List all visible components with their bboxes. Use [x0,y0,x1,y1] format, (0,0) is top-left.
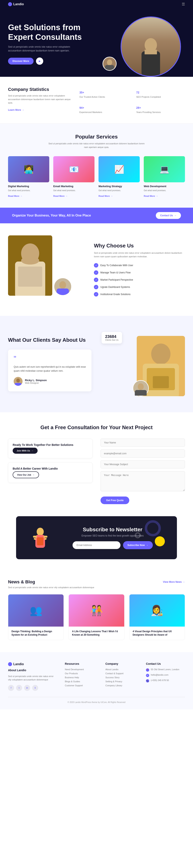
check-icon: ✓ [94,278,98,282]
footer-link[interactable]: Business Help [65,676,97,679]
newsletter-email-input[interactable] [72,541,121,549]
stat-label: Our Trusted Active Clients [79,96,128,98]
service-card: 💻 Web Development Get what need promises… [144,156,185,197]
service-image-1: 👩‍💻 [8,156,49,182]
logo[interactable]: Landio [8,2,24,6]
quote-icon: " [14,355,86,363]
message-textarea[interactable] [100,471,185,491]
get-quote-button[interactable]: Get Free Quote [100,497,129,504]
footer-email: ✉ hello@landio.com [146,674,185,677]
svg-rect-13 [57,289,69,295]
why-list-item: ✓ Institutional Grade Solutions [94,292,185,297]
hero-description: Sed ut perspiciatis unde omnis iste natu… [8,45,76,53]
phone-icon: 📞 [146,679,149,682]
testimonial-small-image [133,380,149,396]
stat-suffix: + [83,91,84,94]
check-icon: ✓ [94,270,98,275]
cta-banner-text: Organize Your Business, Your Way, All In… [12,214,91,217]
footer-link[interactable]: Contact & Support [105,672,138,675]
linkedin-icon[interactable]: li [32,685,38,691]
twitter-icon[interactable]: t [16,685,22,691]
play-button[interactable] [36,58,43,65]
stat-suffix: + [139,106,141,110]
learn-more-link[interactable]: Learn More [8,108,24,112]
service-title: Email Marketing [53,185,95,188]
news-card[interactable]: 👩‍🎨 4 Visual Design Principles that UX D… [129,594,185,640]
footer-link[interactable]: Setting & Privacy [105,680,138,683]
service-desc: Get what need promises. [53,189,95,192]
stat-number: 94+ [79,102,128,111]
email-text: hello@landio.com [151,674,168,676]
svg-rect-21 [153,376,169,388]
subscribe-button[interactable]: Subscribe Now [123,541,153,549]
form-email-group [100,450,185,458]
view-more-link[interactable]: View More News [163,581,185,583]
news-image-3: 👩‍🎨 [129,594,185,627]
footer-resources: Resources Need Development Our Products … [65,662,97,691]
footer-link[interactable]: About Landio [105,668,138,671]
service-card: 📧 Email Marketing Get what need promises… [53,156,95,197]
check-icon: ✓ [94,285,98,289]
stats-description: Company Statistics Sed ut perspiciatis u… [8,87,71,112]
footer: Landio About Landio Sed ut perspiciatis … [0,652,193,709]
why-heading: Why Choose Us [94,243,185,249]
newsletter-description: Empower SEO teams to find the best growt… [64,534,161,537]
services-description: Sed ut perspiciatis unde omnis iste natu… [46,142,147,149]
service-desc: Get what need promises. [98,189,140,192]
card-title: Ready To Work Together For Better Soluti… [13,443,88,446]
copyright-text: © 2020 Landio WordPress theme by UiCore.… [68,701,125,703]
news-card[interactable]: 🧑‍🤝‍🧑 A Life Changing Lessons That I Wis… [69,594,124,640]
svg-rect-29 [43,536,47,538]
quote-card: " Quis autem vel eum iure reprehenderit … [8,349,92,392]
footer-contact: Contact Us 📍 55 Old Street Lorem, London… [146,662,185,691]
footer-link[interactable]: Company Library [105,684,138,687]
menu-icon[interactable]: ☰ [182,2,185,6]
instagram-icon[interactable]: in [24,685,30,691]
check-icon: ✓ [94,263,98,268]
join-button[interactable]: Join With Us [13,448,38,454]
news-body-3: 4 Visual Design Principles that UX Desig… [129,627,185,640]
subject-input[interactable] [100,460,185,468]
stat-number: 35+ [79,87,128,95]
quote-text: Quis autem vel eum iure reprehenderit qu… [14,365,86,373]
footer-link[interactable]: Need Development [65,668,97,671]
service-card: 👩‍💻 Digital Marketing Get what need prom… [8,156,49,197]
contact-us-button[interactable]: Contact Us [156,212,181,219]
svg-rect-24 [135,390,147,396]
why-list-item: ✓ Manage Team & Users Flow [94,270,185,275]
stat-item: 72 SEO Projects Completed [136,87,185,98]
svg-point-18 [151,344,170,365]
logo-text: Landio [13,2,24,6]
svg-rect-16 [14,383,22,386]
discover-more-button[interactable]: Discover More [8,58,34,64]
email-input[interactable] [100,450,185,458]
news-image-1: 👥 [8,594,64,627]
footer-link[interactable]: Customer Support [65,684,97,687]
footer-link[interactable]: Our Products [65,672,97,675]
service-read-more[interactable]: Read More [53,195,68,197]
hero-section: Get Solutions from Expert Consultants Se… [0,8,193,77]
testimonials-right: 23684 Clients See Us [101,328,185,400]
svg-rect-28 [33,536,37,538]
consultation-section: Get a Free Consultation for Your Next Pr… [0,412,193,516]
newsletter-section: Subscribe to Newsletter Empower SEO team… [16,516,177,559]
testimonials-heading: What Our Clients Say About Us [8,337,92,344]
why-item-text: Ugrate Dashboard Systems [100,286,130,288]
footer-link[interactable]: Success Story [105,676,138,679]
author-role: Web Designer [25,382,46,384]
stats-section: Company Statistics Sed ut perspiciatis u… [0,77,193,123]
email-icon: ✉ [146,674,149,677]
cta-banner: Organize Your Business, Your Way, All In… [0,208,193,223]
why-section: Why Choose Us Sed ut perspiciatis unde o… [0,223,193,316]
news-card[interactable]: 👥 Design Thinking: Building a Design Sys… [8,594,64,640]
view-job-button[interactable]: View Our Job [13,471,39,478]
service-read-more[interactable]: Read More [8,195,22,197]
name-input[interactable] [100,439,185,447]
service-desc: Get what need promises. [8,189,49,192]
service-read-more[interactable]: Read More [144,195,158,197]
facebook-icon[interactable]: f [8,685,14,691]
footer-link[interactable]: Blogs & Guides [65,680,97,683]
news-title: A Life Changing Lessons That I Wish I'd … [72,630,121,637]
service-read-more[interactable]: Read More [98,195,113,197]
service-title: Digital Marketing [8,185,49,188]
